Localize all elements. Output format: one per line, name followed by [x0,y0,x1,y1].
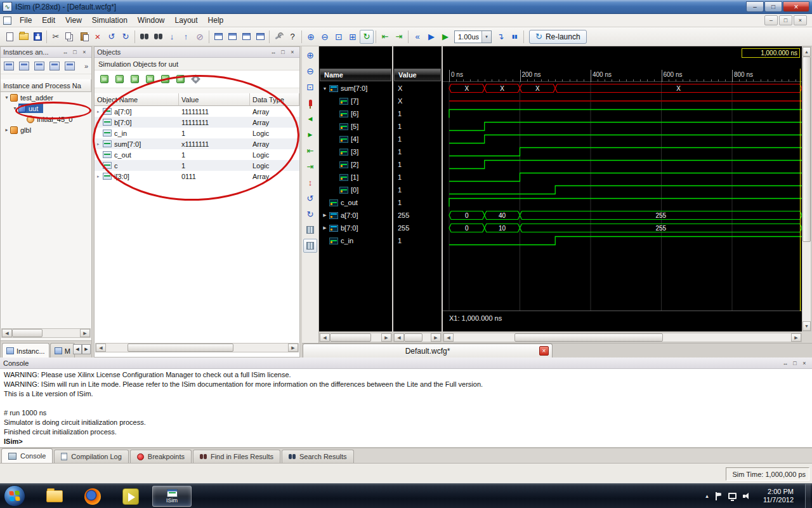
waveform-[2][interactable] [449,161,802,169]
wave-zoom-full-icon[interactable]: ⊡ [303,80,317,94]
goto-time-zero-icon[interactable]: ⇤ [378,30,392,44]
scroll-left-icon[interactable]: ◀ [443,333,454,342]
wave-signal-5[interactable]: [5] [319,120,392,133]
objects-panel-titlebar[interactable]: Objects ↔ □ × [95,47,299,58]
paste-icon[interactable] [77,30,91,44]
scrollbar-track[interactable] [12,329,80,337]
expander-closed-icon[interactable]: ▸ [3,127,10,133]
close-button[interactable]: × [783,1,809,12]
combo-dropdown-icon[interactable]: ▼ [481,31,491,43]
relaunch-button[interactable]: ↻Re-launch [529,30,587,44]
console-output[interactable]: WARNING: Please use Xilinx License Confi… [0,369,812,448]
taskbar-clock[interactable]: 2:00 PM 11/7/2012 [763,488,794,504]
float-panel-icon[interactable]: ↔ [269,48,278,57]
delete-icon[interactable]: × [91,30,105,44]
instances-horizontal-scrollbar[interactable]: ◀ ▶ [1,328,91,338]
close-panel-icon[interactable]: × [80,48,89,57]
snap-to-transition-icon[interactable] [303,239,317,253]
maximize-panel-icon[interactable]: □ [790,359,799,367]
goto-next-icon[interactable]: ↓ [165,30,179,44]
wave-signal-3[interactable]: [3] [319,145,392,158]
menu-help[interactable]: Help [203,14,229,27]
scroll-right-icon[interactable]: ▶ [431,333,441,342]
wave-canvas[interactable]: 1,000.000 ns 0 ns200 ns400 ns600 ns800 n… [443,46,802,331]
filter-instances-icon[interactable] [48,59,62,73]
marker-icon[interactable] [303,96,317,110]
wave-signal-0[interactable]: [0] [319,184,392,196]
menu-edit[interactable]: Edit [37,14,60,27]
new-document-icon[interactable] [3,30,16,44]
tab-instanc-[interactable]: Instanc... [2,343,49,358]
run-all-icon[interactable]: ▶ [424,30,438,44]
tile-vertical-icon[interactable] [225,30,239,44]
waveform-c_out[interactable] [449,199,802,207]
wave-names-scrollbar[interactable]: ◀ ▶ [319,333,392,342]
wave-value-header[interactable]: Value [394,69,441,81]
scrollbar-thumb[interactable] [802,57,811,242]
volume-icon[interactable] [743,492,752,500]
disable-icon[interactable]: ⊘ [193,30,207,44]
show-inputs-icon[interactable] [97,72,111,86]
refresh-icon[interactable]: ↻ [360,30,374,44]
tile-horizontal-icon[interactable] [211,30,225,44]
scroll-right-icon[interactable]: ▶ [381,333,391,342]
start-button[interactable] [4,485,25,507]
scroll-right-icon[interactable]: ▶ [288,344,298,352]
scrollbar-thumb[interactable] [404,333,422,342]
float-panel-icon[interactable]: ↔ [61,48,70,57]
wave-signal-c_in[interactable]: c_in [319,234,392,247]
document-window-icon[interactable] [3,17,11,25]
object-row-b70[interactable]: ▸b[7:0]11111111Array [95,117,299,128]
goto-previous-icon[interactable]: ↑ [179,30,193,44]
expander-closed-icon[interactable]: ▸ [97,174,103,179]
context-help-icon[interactable]: ? [285,30,299,44]
show-outputs-icon[interactable] [112,72,126,86]
waveform-[5][interactable] [449,123,802,131]
scroll-left-icon[interactable]: ◀ [320,333,330,342]
zoom-out-icon[interactable]: ⊖ [318,30,332,44]
wave-timeline-ruler[interactable]: 0 ns200 ns400 ns600 ns800 ns [443,69,802,82]
wave-signal-6[interactable]: [6] [319,107,392,120]
maximize-panel-icon[interactable]: □ [278,48,287,57]
waveform-sum[7:0][interactable]: XXXX [449,84,802,93]
redo-icon[interactable]: ↻ [119,30,133,44]
sync-selection-icon[interactable] [63,59,77,73]
wave-vertical-scrollbar[interactable]: ▲ ▼ [802,46,811,331]
wave-name-header[interactable]: Name [320,69,391,81]
scrollbar-track[interactable] [330,333,381,342]
tab-default-wcfg[interactable]: Default.wcfg* × [303,344,553,358]
waveform-[1][interactable] [449,173,802,182]
taskbar-explorer-button[interactable] [38,486,71,507]
tab-scroll-left-icon[interactable]: ◀ [73,344,82,354]
wave-signal-2[interactable]: [2] [319,158,392,171]
scrollbar-track[interactable] [454,333,791,342]
run-time-combobox[interactable]: 1.00us▼ [454,30,492,43]
close-tab-icon[interactable]: × [539,346,549,356]
close-panel-icon[interactable]: × [288,48,297,57]
find-in-files-icon[interactable] [151,30,165,44]
waveform-[3][interactable] [449,148,802,156]
scrollbar-thumb[interactable] [330,333,371,342]
wave-goto-time-zero-icon[interactable]: ⇤ [303,144,317,157]
tab-console[interactable]: Console [1,448,53,463]
tree-item-Initial_45_0[interactable]: Initial_45_0 [1,114,91,124]
show-inouts-icon[interactable] [128,72,141,86]
expander-closed-icon[interactable]: ▶ [321,213,329,218]
object-row-sum70[interactable]: ▸sum[7:0]x1111111Array [95,138,299,149]
column-header-value[interactable]: Value [179,93,250,106]
arrange-windows-icon[interactable] [253,30,267,44]
minimize-button[interactable]: – [746,1,764,12]
object-row-c_out[interactable]: c_out1Logic [95,149,299,160]
scroll-up-icon[interactable]: ▲ [802,47,811,57]
expander-closed-icon[interactable]: ▸ [97,142,103,147]
wave-values-scrollbar[interactable]: ◀ ▶ [393,333,442,342]
float-panel-icon[interactable]: ↔ [781,359,790,367]
show-internal-signals-icon[interactable] [143,72,157,86]
column-header-instance-and-process-name[interactable]: Instance and Process Na [1,79,91,92]
waveform-a[7:0][interactable]: 040255 [449,211,802,220]
menu-window[interactable]: Window [133,14,170,27]
taskbar-isim-button[interactable]: ISim [152,486,192,507]
tree-item-test_adder[interactable]: ▾test_adder [1,92,91,103]
wave-signal-sum70[interactable]: ▼sum[7:0] [319,82,392,95]
wave-goto-time-end-icon[interactable]: ⇥ [303,159,317,173]
